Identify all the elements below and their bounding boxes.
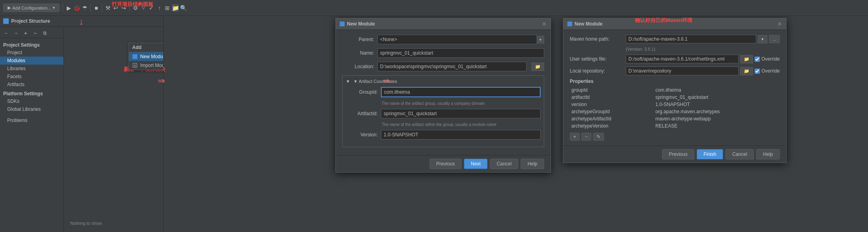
stop-icon[interactable]: ■ <box>93 5 99 11</box>
prop-key: archetypeGroupId <box>570 108 654 115</box>
separator3 <box>102 4 102 12</box>
props-edit-button[interactable]: ✎ <box>593 133 604 141</box>
nav-add-icon[interactable]: + <box>22 30 29 36</box>
dialog-2-previous-button[interactable]: Previous <box>662 149 694 159</box>
nav-back-icon[interactable]: ← <box>3 30 10 36</box>
ps-nav: ← → + − ⧉ Project Settings Project Modul… <box>0 27 64 232</box>
sidebar-item-artifacts[interactable]: Artifacts <box>0 81 63 88</box>
maven-home-browse-button[interactable]: ... <box>769 35 780 43</box>
maven-home-input[interactable] <box>626 35 756 43</box>
table-row: archetypeGroupIdorg.apache.maven.archety… <box>570 108 780 115</box>
run-icon: ▶ <box>8 5 11 10</box>
groupid-input[interactable] <box>381 87 541 97</box>
dialog-2-title-bar: New Module ✕ <box>563 18 786 30</box>
nav-copy-icon[interactable]: ⧉ <box>42 30 48 36</box>
maven-home-dropdown-button[interactable]: ▾ <box>758 35 767 43</box>
dialog-2-cancel-button[interactable]: Cancel <box>725 149 754 159</box>
version-input[interactable] <box>381 130 541 140</box>
artifactid-input[interactable] <box>381 109 541 118</box>
name-row: Name: <box>342 48 544 58</box>
user-settings-override: Override <box>753 56 780 62</box>
separator <box>63 4 63 12</box>
location-input[interactable] <box>377 62 527 71</box>
push-icon[interactable]: ↑ <box>156 5 163 11</box>
table-row: archetypeVersionRELEASE <box>570 122 780 130</box>
project-structure-content: ← → + − ⧉ Project Settings Project Modul… <box>0 27 163 232</box>
search-icon[interactable]: 🔍 <box>180 5 186 11</box>
sidebar-item-problems[interactable]: Problems <box>0 116 63 124</box>
dialog-1-close-button[interactable]: ✕ <box>542 21 547 27</box>
sidebar-item-modules[interactable]: Modules <box>0 57 63 65</box>
user-settings-row: User settings file: 📁 Override <box>570 55 780 63</box>
sidebar-item-libraries[interactable]: Libraries <box>0 65 63 73</box>
settings-icon[interactable]: ⚙ <box>132 5 139 11</box>
prop-key: archetypeArtifactId <box>570 115 654 122</box>
user-settings-override-checkbox[interactable] <box>755 57 760 62</box>
panel-title-bar: Project Structure <box>0 16 163 27</box>
dialog-2-module-icon <box>567 22 572 26</box>
panel-icon <box>3 18 9 24</box>
parent-input[interactable] <box>377 35 537 44</box>
commit-icon[interactable]: ✓ <box>148 5 155 11</box>
version-row: Version: <box>346 130 541 140</box>
prop-key: artifactId <box>570 94 654 101</box>
table-row: groupIdcom.itheima <box>570 87 780 94</box>
sidebar-item-project[interactable]: Project <box>0 49 63 57</box>
undo-icon[interactable]: ↩ <box>113 5 119 11</box>
user-settings-browse-button[interactable]: 📁 <box>740 55 753 63</box>
prop-value: RELEASE <box>654 122 780 130</box>
project-structure-icon[interactable]: 📁 <box>172 5 178 11</box>
play-icon[interactable]: ▶ <box>65 5 72 11</box>
prop-value: springmvc_01_quickstart <box>654 94 780 101</box>
sidebar-item-global-libraries[interactable]: Global Libraries <box>0 105 63 113</box>
sidebar-item-sdks[interactable]: SDKs <box>0 97 63 105</box>
debug-icon[interactable]: 🐞 <box>73 5 80 11</box>
props-remove-button[interactable]: − <box>581 133 591 141</box>
build-icon[interactable]: ⚒ <box>105 5 111 11</box>
props-add-button[interactable]: + <box>570 133 580 141</box>
sidebar-item-facets[interactable]: Facets <box>0 73 63 81</box>
dialog-1-next-button[interactable]: Next <box>464 159 488 169</box>
maven-home-label: Maven home path: <box>570 36 626 42</box>
dialog-2-finish-button[interactable]: Finish <box>697 149 723 159</box>
parent-combo: ▾ <box>377 35 544 44</box>
add-configuration-button[interactable]: ▶ Add Configuration... ▾ <box>3 4 59 12</box>
user-settings-input[interactable] <box>626 55 739 63</box>
properties-label: Properties <box>570 79 780 84</box>
separator4 <box>129 4 130 12</box>
artifact-section-title: ▼ ▼ Artifact Coordinates <box>346 79 541 84</box>
location-browse-button[interactable]: 📁 <box>531 63 544 71</box>
prop-key: version <box>570 101 654 108</box>
version-hint: (Version: 3.6.1) <box>626 47 780 51</box>
terminal-icon[interactable]: ⊞ <box>164 5 170 11</box>
artifactid-row: ArtifactId: <box>346 109 541 118</box>
git-icon[interactable]: ⑂ <box>140 5 147 11</box>
main-area: Project Structure ← → + − ⧉ Project Sett… <box>0 16 868 232</box>
context-menu-import-module[interactable]: Import Module <box>129 61 163 70</box>
dialog-1-title-bar: New Module ✕ <box>336 18 551 30</box>
coverage-icon[interactable]: ☂ <box>81 5 88 11</box>
groupid-hint: The name of the artifact group, usually … <box>382 101 541 106</box>
dialog-1-help-button[interactable]: Help <box>521 159 544 169</box>
local-repo-browse-button[interactable]: 📁 <box>740 67 753 75</box>
dialog-2-footer: Previous Finish Cancel Help <box>563 145 786 163</box>
properties-section: Properties groupIdcom.itheimaartifactIds… <box>570 79 780 141</box>
dialog-2-help-button[interactable]: Help <box>756 149 780 159</box>
props-toolbar: + − ✎ <box>570 133 780 141</box>
table-row: artifactIdspringmvc_01_quickstart <box>570 94 780 101</box>
dialog-1-body: Parent: ▾ Name: Location: 📁 <box>336 30 551 155</box>
local-repo-input[interactable] <box>626 67 739 75</box>
prop-value: com.itheima <box>654 87 780 94</box>
dialog-1-previous-button[interactable]: Previous <box>430 159 462 169</box>
prop-value: maven-archetype-webapp <box>654 115 780 122</box>
local-repo-override-checkbox[interactable] <box>755 69 760 74</box>
parent-dropdown-button[interactable]: ▾ <box>537 36 544 43</box>
local-repo-row: Local repository: 📁 Override <box>570 67 780 75</box>
dialog-1-cancel-button[interactable]: Cancel <box>490 159 518 169</box>
dialog-2-close-button[interactable]: ✕ <box>777 21 782 27</box>
redo-icon[interactable]: ↪ <box>121 5 127 11</box>
nav-forward-icon[interactable]: → <box>13 30 19 36</box>
context-menu-new-module[interactable]: New Module <box>129 52 163 61</box>
nav-remove-icon[interactable]: − <box>32 30 38 36</box>
name-input[interactable] <box>377 48 544 58</box>
